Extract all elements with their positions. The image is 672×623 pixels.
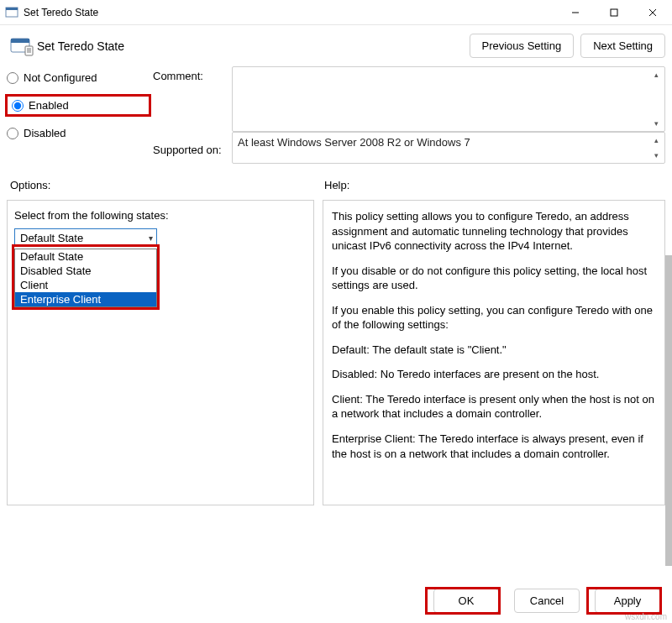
scroll-up-icon[interactable]: ▴ <box>649 69 663 81</box>
help-text: If you disable or do not configure this … <box>332 264 656 293</box>
help-text: If you enable this policy setting, you c… <box>332 303 656 332</box>
window-title: Set Teredo State <box>24 7 556 18</box>
vertical-scrollbar[interactable] <box>665 255 672 566</box>
dropdown-item-client[interactable]: Client <box>15 278 156 292</box>
radio-disabled[interactable]: Disabled <box>7 127 150 139</box>
supported-text: At least Windows Server 2008 R2 or Windo… <box>238 136 470 149</box>
help-text: Disabled: No Teredo interfaces are prese… <box>332 367 656 382</box>
scroll-down-icon[interactable]: ▾ <box>649 118 663 129</box>
comment-scroll[interactable]: ▴ ▾ <box>649 69 663 129</box>
radio-enabled-label: Enabled <box>29 99 69 112</box>
state-dropdown[interactable]: Default State Disabled State Client Ente… <box>14 249 157 307</box>
cancel-button[interactable]: Cancel <box>514 589 580 613</box>
state-combobox[interactable]: Default State ▾ <box>14 228 157 247</box>
supported-label: Supported on: <box>153 140 228 156</box>
svg-rect-7 <box>11 39 29 43</box>
radio-disabled-label: Disabled <box>24 127 66 139</box>
radio-not-configured[interactable]: Not Configured <box>7 71 150 84</box>
radio-disabled-input[interactable] <box>7 128 18 139</box>
app-icon <box>5 6 18 19</box>
chevron-down-icon: ▾ <box>149 233 153 243</box>
scrollbar-thumb[interactable] <box>665 255 672 566</box>
maximize-button[interactable] <box>595 0 633 25</box>
page-title: Set Teredo State <box>37 39 463 53</box>
radio-enabled-highlight: Enabled <box>7 96 150 115</box>
dropdown-item-disabled[interactable]: Disabled State <box>15 264 156 278</box>
footer-buttons: OK Cancel Apply <box>427 589 660 613</box>
next-setting-button[interactable]: Next Setting <box>580 34 665 58</box>
close-button[interactable] <box>633 0 672 25</box>
options-heading: Options: <box>10 179 324 191</box>
radio-not-configured-input[interactable] <box>7 72 18 84</box>
scroll-down-icon[interactable]: ▾ <box>649 149 663 161</box>
svg-rect-3 <box>611 9 617 16</box>
radio-enabled-input[interactable] <box>12 100 24 112</box>
state-dropdown-highlight: Default State Disabled State Client Ente… <box>14 247 157 307</box>
supported-field: At least Windows Server 2008 R2 or Windo… <box>232 132 665 164</box>
supported-scroll[interactable]: ▴ ▾ <box>649 134 663 161</box>
ok-button-highlight: OK <box>427 589 499 613</box>
scroll-up-icon[interactable]: ▴ <box>649 134 663 146</box>
help-pane: This policy setting allows you to config… <box>323 200 665 505</box>
title-bar: Set Teredo State <box>0 0 672 25</box>
comment-field[interactable]: ▴ ▾ <box>232 66 665 132</box>
help-text: Enterprise Client: The Teredo interface … <box>332 432 656 461</box>
policy-icon <box>7 36 37 56</box>
ok-button[interactable]: OK <box>433 589 499 613</box>
help-text: Client: The Teredo interface is present … <box>332 392 656 421</box>
help-heading: Help: <box>324 179 349 191</box>
radio-not-configured-label: Not Configured <box>24 71 97 84</box>
dropdown-item-enterprise[interactable]: Enterprise Client <box>15 292 156 306</box>
apply-button-highlight: Apply <box>588 589 660 613</box>
state-combobox-value: Default State <box>20 232 83 244</box>
options-pane: Select from the following states: Defaul… <box>7 200 314 505</box>
radio-enabled[interactable]: Enabled <box>12 99 69 112</box>
status-radio-group: Not Configured Enabled Disabled <box>7 66 150 139</box>
dropdown-item-default[interactable]: Default State <box>15 249 156 264</box>
main-grid: Not Configured Enabled Disabled Comment:… <box>0 61 672 164</box>
section-labels: Options: Help: <box>0 164 672 195</box>
help-text: Default: The default state is "Client." <box>332 343 656 358</box>
svg-rect-1 <box>6 8 18 10</box>
minimize-button[interactable] <box>556 0 595 25</box>
header-row: Set Teredo State Previous Setting Next S… <box>0 25 672 61</box>
apply-button[interactable]: Apply <box>595 589 660 613</box>
watermark: wsxdn.com <box>625 612 667 621</box>
help-text: This policy setting allows you to config… <box>332 209 656 254</box>
comment-label: Comment: <box>153 66 228 82</box>
panes: Select from the following states: Defaul… <box>0 195 672 505</box>
options-prompt: Select from the following states: <box>14 209 307 222</box>
previous-setting-button[interactable]: Previous Setting <box>470 34 575 58</box>
